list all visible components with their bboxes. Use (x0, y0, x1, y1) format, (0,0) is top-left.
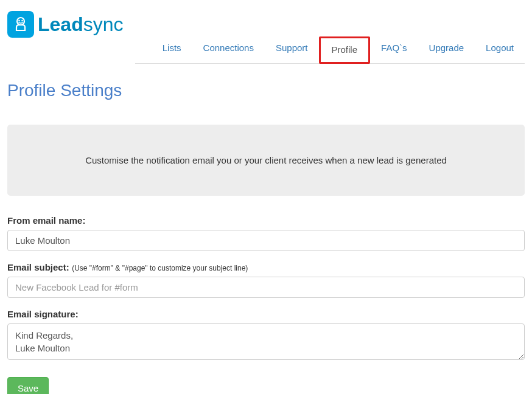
page-title: Profile Settings (7, 81, 525, 100)
from-name-label: From email name: (7, 215, 85, 226)
svg-point-1 (18, 20, 20, 22)
subject-input[interactable] (7, 277, 525, 298)
logo-text: Leadsync (38, 13, 123, 36)
subject-group: Email subject: (Use "#form" & "#page" to… (7, 262, 525, 298)
logo-icon (7, 11, 34, 38)
subject-hint: (Use "#form" & "#page" to customize your… (72, 264, 248, 272)
from-name-input[interactable] (7, 230, 525, 251)
nav-profile[interactable]: Profile (319, 36, 371, 64)
notice-box: Customise the notification email you or … (7, 125, 525, 196)
svg-point-2 (21, 20, 23, 22)
nav-lists[interactable]: Lists (152, 36, 192, 63)
nav-faqs[interactable]: FAQ`s (370, 36, 418, 63)
save-button[interactable]: Save (7, 377, 49, 394)
subject-label: Email subject: (7, 262, 69, 272)
from-name-group: From email name: (7, 215, 525, 251)
logo[interactable]: Leadsync (7, 11, 123, 38)
signature-textarea[interactable] (7, 323, 525, 360)
nav-logout[interactable]: Logout (475, 36, 525, 63)
main-nav: Lists Connections Support Profile FAQ`s … (135, 36, 525, 64)
signature-group: Email signature: (7, 309, 525, 362)
svg-point-0 (17, 18, 24, 25)
nav-connections[interactable]: Connections (192, 36, 265, 63)
nav-support[interactable]: Support (265, 36, 319, 63)
nav-upgrade[interactable]: Upgrade (418, 36, 475, 63)
signature-label: Email signature: (7, 309, 79, 319)
